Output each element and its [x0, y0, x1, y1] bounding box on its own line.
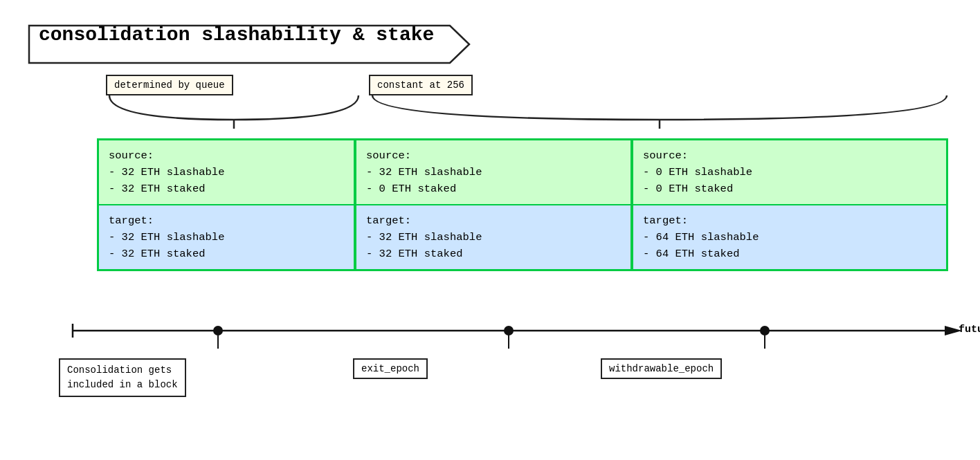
source1-title: source: — [109, 147, 344, 164]
brace1-area: determined by queue — [106, 75, 362, 129]
target2-line1: - 32 ETH slashable — [366, 229, 621, 246]
brace2-area: constant at 256 — [369, 75, 950, 129]
target2-line2: - 32 ETH staked — [366, 246, 621, 262]
target1-title: target: — [109, 212, 344, 229]
target-row: target: - 32 ETH slashable - 32 ETH stak… — [99, 204, 946, 269]
target-cell-3: target: - 64 ETH slashable - 64 ETH stak… — [632, 205, 946, 269]
label1-line1: Consolidation gets — [67, 363, 178, 378]
target1-line1: - 32 ETH slashable — [109, 229, 344, 246]
source3-title: source: — [643, 147, 936, 164]
page-title: consolidation slashability & stake — [28, 19, 469, 51]
target-cell-2: target: - 32 ETH slashable - 32 ETH stak… — [355, 205, 632, 269]
brace2-label: constant at 256 — [369, 75, 473, 95]
source-cell-1: source: - 32 ETH slashable - 32 ETH stak… — [99, 140, 355, 204]
label1-line2: included in a block — [67, 378, 178, 392]
target-cell-1: target: - 32 ETH slashable - 32 ETH stak… — [99, 205, 355, 269]
brace1-label: determined by queue — [106, 75, 233, 95]
source-row: source: - 32 ETH slashable - 32 ETH stak… — [99, 140, 946, 204]
label1-box: Consolidation gets included in a block — [59, 358, 186, 397]
source-cell-2: source: - 32 ETH slashable - 0 ETH stake… — [355, 140, 632, 204]
source1-line2: - 32 ETH staked — [109, 181, 344, 197]
target2-title: target: — [366, 212, 621, 229]
label3-text: withdrawable_epoch — [601, 358, 722, 379]
label1-text: Consolidation gets included in a block — [59, 358, 186, 397]
source2-title: source: — [366, 147, 621, 164]
source1-line1: - 32 ETH slashable — [109, 164, 344, 181]
target3-line2: - 64 ETH staked — [643, 246, 936, 262]
target3-title: target: — [643, 212, 936, 229]
source3-line1: - 0 ETH slashable — [643, 164, 936, 181]
title-wrapper: consolidation slashability & stake — [28, 24, 469, 46]
label2-box: exit_epoch — [353, 358, 428, 379]
main-grid: source: - 32 ETH slashable - 32 ETH stak… — [97, 138, 948, 271]
target1-line2: - 32 ETH staked — [109, 246, 344, 262]
label2-text: exit_epoch — [353, 358, 428, 379]
target3-line1: - 64 ETH slashable — [643, 229, 936, 246]
future-label: future — [959, 324, 980, 335]
source-cell-3: source: - 0 ETH slashable - 0 ETH staked — [632, 140, 946, 204]
source3-line2: - 0 ETH staked — [643, 181, 936, 197]
label3-box: withdrawable_epoch — [601, 358, 722, 379]
timeline-svg — [66, 317, 965, 351]
source2-line1: - 32 ETH slashable — [366, 164, 621, 181]
source2-line2: - 0 ETH staked — [366, 181, 621, 197]
page-container: consolidation slashability & stake deter… — [0, 0, 980, 460]
